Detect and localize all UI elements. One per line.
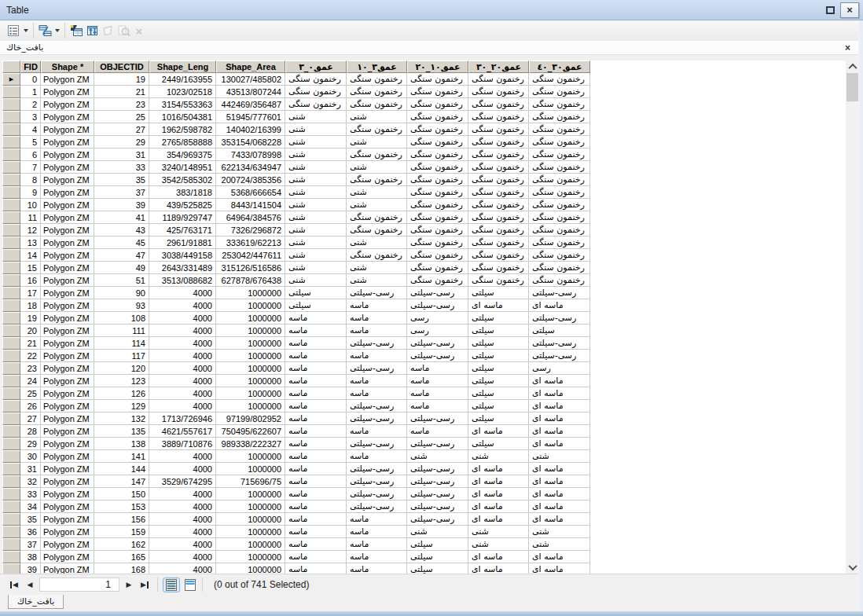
table-cell[interactable]: 35 xyxy=(94,174,149,186)
table-cell[interactable]: ماسه xyxy=(285,387,347,400)
table-cell[interactable]: ماسه ای xyxy=(529,563,590,574)
table-cell[interactable]: 129 xyxy=(94,400,149,412)
table-cell[interactable]: شنی xyxy=(529,526,590,538)
table-cell[interactable]: رخنمون سنگی xyxy=(468,174,529,186)
record-selector[interactable] xyxy=(2,236,20,249)
table-cell[interactable]: ماسه ای xyxy=(468,463,529,475)
table-cell[interactable]: رخنمون سنگی xyxy=(468,249,529,262)
record-selector[interactable] xyxy=(2,148,20,161)
table-cell[interactable]: ماسه xyxy=(285,475,347,488)
table-cell[interactable]: ماسه xyxy=(285,324,347,337)
table-cell[interactable]: رخنمون سنگی xyxy=(407,236,468,249)
table-cell[interactable]: 29 xyxy=(94,136,149,148)
table-cell[interactable]: سیلتی xyxy=(468,400,529,412)
table-cell[interactable]: ماسه ای xyxy=(529,438,590,450)
table-cell[interactable]: 1023/02518 xyxy=(149,86,216,98)
table-cell[interactable]: ماسه xyxy=(347,551,407,563)
table-cell[interactable]: رخنمون سنگی xyxy=(407,211,468,224)
table-cell[interactable]: سیلتی xyxy=(468,438,529,450)
table-cell[interactable]: ماسه ای xyxy=(529,463,590,475)
table-cell[interactable]: 18 xyxy=(20,299,41,312)
table-cell[interactable]: ماسه ای xyxy=(468,488,529,500)
table-cell[interactable]: رخنمون سنگی xyxy=(529,123,590,136)
table-cell[interactable]: 253042/447611 xyxy=(216,249,285,262)
table-cell[interactable]: 3038/449158 xyxy=(149,249,216,262)
table-cell[interactable]: 1000000 xyxy=(216,463,285,475)
table-cell[interactable]: شنی xyxy=(285,262,347,274)
table-cell[interactable]: ماسه xyxy=(285,551,347,563)
record-selector[interactable] xyxy=(2,249,20,262)
table-cell[interactable]: 30 xyxy=(20,450,41,463)
table-cell[interactable]: 21 xyxy=(94,86,149,98)
column-header[interactable]: Shape_Area xyxy=(216,60,285,73)
record-selector[interactable] xyxy=(2,199,20,211)
table-cell[interactable]: 130027/485802 xyxy=(216,73,285,86)
record-selector[interactable] xyxy=(2,123,20,136)
table-cell[interactable]: رخنمون سنگی xyxy=(407,274,468,287)
table-cell[interactable]: شنی xyxy=(285,199,347,211)
table-cell[interactable]: 353154/068228 xyxy=(216,136,285,148)
table-cell[interactable]: 1189/929747 xyxy=(149,211,216,224)
table-cell[interactable]: 111 xyxy=(94,324,149,337)
table-cell[interactable]: 5 xyxy=(20,136,41,148)
table-cell[interactable]: رخنمون سنگی xyxy=(529,161,590,174)
table-cell[interactable]: رسی-سیلتی xyxy=(347,287,407,299)
table-cell[interactable]: رخنمون سنگی xyxy=(347,148,407,161)
table-cell[interactable]: 1000000 xyxy=(216,375,285,387)
table-cell[interactable]: Polygon ZM xyxy=(41,174,94,186)
show-selected-records-icon[interactable] xyxy=(183,578,197,592)
record-selector[interactable] xyxy=(2,287,20,299)
table-cell[interactable]: 7 xyxy=(20,161,41,174)
table-cell[interactable]: شنی xyxy=(285,174,347,186)
table-cell[interactable]: رسی-سیلتی xyxy=(529,337,590,350)
table-cell[interactable]: 38 xyxy=(20,551,41,563)
table-cell[interactable]: رسی-سیلتی xyxy=(407,513,468,526)
table-cell[interactable]: 1000000 xyxy=(216,513,285,526)
record-selector[interactable] xyxy=(2,174,20,186)
table-cell[interactable]: شنی xyxy=(285,148,347,161)
record-selector[interactable] xyxy=(2,412,20,425)
table-cell[interactable]: 156 xyxy=(94,513,149,526)
table-cell[interactable]: شنی xyxy=(407,450,468,463)
table-cell[interactable]: رخنمون سنگی xyxy=(529,98,590,111)
table-cell[interactable]: شنی xyxy=(347,161,407,174)
table-cell[interactable]: شنی xyxy=(347,274,407,287)
table-cell[interactable]: رسی-سیلتی xyxy=(347,362,407,375)
table-cell[interactable]: 29 xyxy=(20,438,41,450)
close-button[interactable]: × xyxy=(840,2,859,18)
table-cell[interactable]: 1000000 xyxy=(216,500,285,513)
table-cell[interactable]: 36 xyxy=(20,526,41,538)
table-cell[interactable]: 2765/858888 xyxy=(149,136,216,148)
table-cell[interactable]: 123 xyxy=(94,375,149,387)
table-cell[interactable]: 1713/726946 xyxy=(149,412,216,425)
table-cell[interactable]: 1000000 xyxy=(216,387,285,400)
table-cell[interactable]: 25 xyxy=(20,387,41,400)
table-cell[interactable]: Polygon ZM xyxy=(41,387,94,400)
record-selector[interactable] xyxy=(2,387,20,400)
table-cell[interactable]: Polygon ZM xyxy=(41,513,94,526)
table-cell[interactable]: ماسه ای xyxy=(468,475,529,488)
column-header[interactable]: Shape_Leng xyxy=(149,60,216,73)
table-cell[interactable]: شنی xyxy=(407,526,468,538)
table-cell[interactable]: رخنمون سنگی xyxy=(347,249,407,262)
table-cell[interactable]: 1000000 xyxy=(216,526,285,538)
table-cell[interactable]: 442469/356487 xyxy=(216,98,285,111)
table-cell[interactable]: 1016/504381 xyxy=(149,111,216,123)
table-cell[interactable]: رخنمون سنگی xyxy=(529,111,590,123)
table-cell[interactable]: 39 xyxy=(20,563,41,574)
table-cell[interactable]: رخنمون سنگی xyxy=(468,86,529,98)
table-cell[interactable]: Polygon ZM xyxy=(41,324,94,337)
table-cell[interactable]: 165 xyxy=(94,551,149,563)
table-cell[interactable]: رسی-سیلتی xyxy=(407,350,468,362)
table-cell[interactable]: 25 xyxy=(94,111,149,123)
table-cell[interactable]: 3889/710876 xyxy=(149,438,216,450)
table-cell[interactable]: 150 xyxy=(94,488,149,500)
table-cell[interactable]: 21 xyxy=(20,337,41,350)
table-cell[interactable]: 108 xyxy=(94,312,149,324)
table-cell[interactable]: رخنمون سنگی xyxy=(407,111,468,123)
table-cell[interactable]: رسی-سیلتی xyxy=(407,463,468,475)
table-cell[interactable]: ماسه xyxy=(285,362,347,375)
table-cell[interactable]: رخنمون سنگی xyxy=(468,186,529,199)
column-header[interactable]: OBJECTID xyxy=(94,60,149,73)
table-cell[interactable]: ماسه xyxy=(285,438,347,450)
